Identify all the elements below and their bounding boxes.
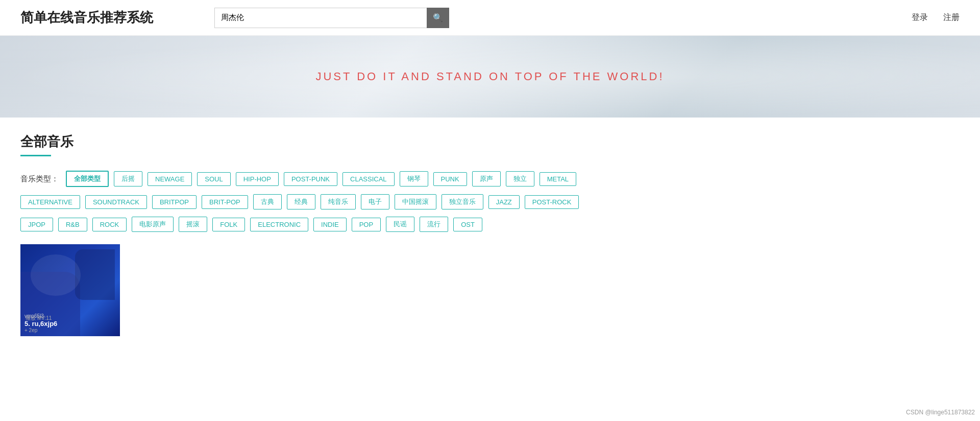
genre-tag-piano[interactable]: 钢琴 xyxy=(400,171,428,186)
title-underline xyxy=(20,155,51,156)
music-grid: 播放 MV:11 vmp65l3 5. ru,6xjp6 + 2ep xyxy=(20,244,960,336)
card-tag: vmp65l3 xyxy=(24,313,116,319)
register-link[interactable]: 注册 xyxy=(943,12,960,23)
genre-tag-rnb[interactable]: R&B xyxy=(58,218,87,231)
genre-tag-rock[interactable]: ROCK xyxy=(92,218,127,231)
genre-tag-duli[interactable]: 独立 xyxy=(506,171,534,186)
genre-tag-all[interactable]: 全部类型 xyxy=(66,171,109,187)
genre-tag-jingdian[interactable]: 经典 xyxy=(287,194,315,209)
genre-tag-jpop[interactable]: JPOP xyxy=(20,218,53,231)
genre-filter-row1: 音乐类型： 全部类型 后摇 NEWAGE SOUL HIP-HOP POST-P… xyxy=(20,171,960,187)
genre-tag-alternative[interactable]: ALTERNATIVE xyxy=(20,195,80,209)
main-content: 全部音乐 音乐类型： 全部类型 后摇 NEWAGE SOUL HIP-HOP P… xyxy=(0,118,980,352)
genre-tag-folk[interactable]: FOLK xyxy=(212,218,245,231)
genre-tag-punk[interactable]: PUNK xyxy=(433,172,467,186)
genre-tag-ost[interactable]: OST xyxy=(453,218,482,231)
section-title: 全部音乐 xyxy=(20,133,960,151)
site-title: 简单在线音乐推荐系统 xyxy=(20,9,153,27)
genre-tag-yaogun[interactable]: 摇滚 xyxy=(179,217,207,232)
genre-tag-newage[interactable]: NEWAGE xyxy=(148,172,192,186)
banner-text: JUST DO IT AND STAND ON TOP OF THE WORLD… xyxy=(315,70,664,83)
genre-tag-houyao[interactable]: 后摇 xyxy=(114,171,142,186)
genre-tag-postrock[interactable]: POST-ROCK xyxy=(525,195,579,209)
genre-tag-jazz[interactable]: JAZZ xyxy=(488,195,520,209)
search-icon: 🔍 xyxy=(433,13,443,22)
genre-tag-electronic[interactable]: ELECTRONIC xyxy=(250,218,308,231)
card-number: 5. ru,6xjp6 xyxy=(24,320,116,328)
genre-tag-yuansheng[interactable]: 原声 xyxy=(472,171,501,186)
music-card-image: 播放 MV:11 vmp65l3 5. ru,6xjp6 + 2ep xyxy=(20,244,120,336)
genre-tag-dianyingyuansheng[interactable]: 电影原声 xyxy=(132,217,174,232)
music-card[interactable]: 播放 MV:11 vmp65l3 5. ru,6xjp6 + 2ep xyxy=(20,244,120,336)
header-nav: 登录 注册 xyxy=(912,12,960,23)
genre-tag-pop[interactable]: POP xyxy=(352,218,381,231)
genre-tag-minyao[interactable]: 民谣 xyxy=(386,217,414,232)
genre-tag-hiphop[interactable]: HIP-HOP xyxy=(236,172,279,186)
card-bg: 播放 MV:11 vmp65l3 5. ru,6xjp6 + 2ep xyxy=(20,244,120,336)
genre-tag-gudian[interactable]: 古典 xyxy=(253,194,282,209)
genre-tag-soul[interactable]: SOUL xyxy=(197,172,230,186)
card-ep: + 2ep xyxy=(24,328,116,333)
genre-tag-soundtrack[interactable]: SOUNDTRACK xyxy=(85,195,147,209)
genre-filter-row3: JPOP R&B ROCK 电影原声 摇滚 FOLK ELECTRONIC IN… xyxy=(20,217,960,232)
genre-tag-britpop[interactable]: BRITPOP xyxy=(152,195,197,209)
header: 简单在线音乐推荐系统 🔍 登录 注册 xyxy=(0,0,980,36)
filter-label: 音乐类型： xyxy=(20,174,59,184)
genre-tag-classical[interactable]: CLASSICAL xyxy=(342,172,395,186)
banner: JUST DO IT AND STAND ON TOP OF THE WORLD… xyxy=(0,36,980,118)
search-button[interactable]: 🔍 xyxy=(427,8,449,28)
genre-tag-britpop2[interactable]: BRIT-POP xyxy=(202,195,248,209)
genre-tag-dianzi[interactable]: 电子 xyxy=(361,194,389,209)
search-input[interactable] xyxy=(214,8,427,28)
genre-tag-zhongguoyaogun[interactable]: 中国摇滚 xyxy=(395,194,436,209)
genre-tag-metal[interactable]: METAL xyxy=(540,172,576,186)
genre-tag-postpunk[interactable]: POST-PUNK xyxy=(284,172,337,186)
genre-tag-chunyinyue[interactable]: 纯音乐 xyxy=(321,194,356,209)
genre-tag-dulimusic[interactable]: 独立音乐 xyxy=(442,194,483,209)
search-container: 🔍 xyxy=(214,8,449,28)
genre-tag-indie[interactable]: INDIE xyxy=(313,218,347,231)
genre-tag-liuxing[interactable]: 流行 xyxy=(420,217,448,232)
genre-filter-row2: ALTERNATIVE SOUNDTRACK BRITPOP BRIT-POP … xyxy=(20,194,960,209)
login-link[interactable]: 登录 xyxy=(912,12,928,23)
